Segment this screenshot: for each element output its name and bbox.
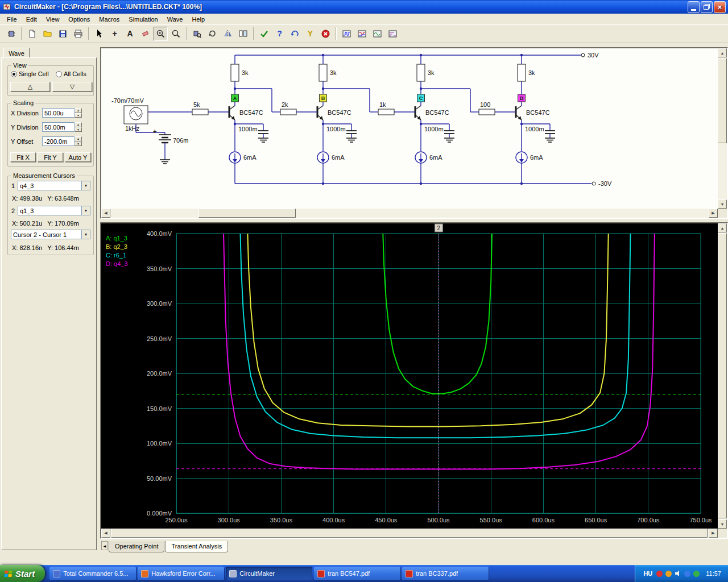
spinner-down-icon[interactable]: ▼ bbox=[75, 113, 82, 118]
waveform-vscroll-thumb[interactable] bbox=[718, 233, 727, 518]
scroll-right-button[interactable]: ▶ bbox=[709, 529, 718, 538]
wave-next-button[interactable]: ▽ bbox=[52, 82, 92, 92]
menu-simulation[interactable]: Simulation bbox=[124, 14, 162, 24]
spinner-up-icon[interactable]: ▲ bbox=[75, 108, 82, 113]
menu-options[interactable]: Options bbox=[64, 14, 94, 24]
menu-help[interactable]: Help bbox=[187, 14, 209, 24]
mirror-button[interactable] bbox=[221, 27, 235, 41]
menu-file[interactable]: File bbox=[2, 14, 22, 24]
tab-transient-analysis[interactable]: Transient Analysis bbox=[165, 541, 228, 552]
digital-scope-button[interactable] bbox=[340, 27, 354, 41]
help-tool-button[interactable]: ? bbox=[272, 27, 287, 41]
menu-edit[interactable]: Edit bbox=[22, 14, 42, 24]
waveform-panel[interactable]: 250.0us300.0us350.0us400.0us450.0us500.0… bbox=[101, 223, 718, 529]
parts-browser-button[interactable] bbox=[4, 27, 18, 41]
cursor-difference-select[interactable]: Cursor 2 - Cursor 1 ▼ bbox=[11, 230, 90, 239]
wishbone-button[interactable]: Y bbox=[303, 27, 317, 41]
tab-scroll-button[interactable]: ◀ bbox=[101, 541, 108, 550]
y-offset-input[interactable] bbox=[42, 136, 75, 146]
scheduler-icon[interactable] bbox=[665, 571, 672, 577]
restore-button[interactable] bbox=[701, 1, 713, 13]
digital-options-button[interactable] bbox=[355, 27, 369, 41]
analog-options-button[interactable] bbox=[386, 27, 400, 41]
schematic-vscrollbar[interactable]: ▲ ▼ bbox=[718, 48, 727, 209]
x-division-spinner[interactable]: ▲ ▼ bbox=[75, 108, 82, 118]
taskbar-task-tran-bc547-pdf[interactable]: tran BC547.pdf bbox=[314, 567, 400, 580]
scroll-down-button[interactable]: ▼ bbox=[718, 199, 727, 209]
stop-button[interactable] bbox=[318, 27, 333, 41]
language-indicator[interactable]: HU bbox=[643, 570, 652, 577]
fit-x-button[interactable]: Fit X bbox=[10, 152, 36, 162]
spinner-down-icon[interactable]: ▼ bbox=[75, 142, 82, 147]
x-division-input[interactable] bbox=[42, 108, 75, 118]
tab-wave[interactable]: Wave bbox=[3, 48, 30, 58]
scroll-down-button[interactable]: ▼ bbox=[718, 519, 727, 529]
spinner-up-icon[interactable]: ▲ bbox=[75, 136, 82, 142]
radio-single-cell[interactable]: Single Cell bbox=[11, 70, 49, 77]
view-group-label: View bbox=[11, 62, 28, 69]
fit-y-button[interactable]: Fit Y bbox=[38, 152, 63, 162]
dropdown-arrow-icon[interactable]: ▼ bbox=[81, 181, 90, 190]
cursor1-signal-select[interactable]: q4_3 ▼ bbox=[18, 181, 90, 190]
svg-text:+: + bbox=[153, 128, 156, 135]
close-button[interactable]: × bbox=[714, 1, 726, 13]
waveform-hscrollbar[interactable]: ◀ ▶ bbox=[101, 529, 718, 538]
spinner-up-icon[interactable]: ▲ bbox=[75, 122, 82, 127]
reset-button[interactable] bbox=[288, 27, 302, 41]
y-division-input[interactable] bbox=[42, 122, 75, 132]
schematic-hscroll-thumb[interactable] bbox=[198, 209, 296, 218]
y-offset-spinner[interactable]: ▲ ▼ bbox=[75, 136, 82, 146]
scroll-right-button[interactable]: ▶ bbox=[709, 209, 718, 218]
antivirus-icon[interactable] bbox=[656, 571, 663, 577]
delete-tool-button[interactable] bbox=[138, 27, 152, 41]
taskbar-task-tran-bc337-pdf[interactable]: tran BC337.pdf bbox=[402, 567, 489, 580]
new-button[interactable] bbox=[25, 27, 39, 41]
scroll-up-button[interactable]: ▲ bbox=[718, 223, 727, 232]
scroll-left-button[interactable]: ◀ bbox=[101, 529, 110, 538]
radio-all-cells[interactable]: All Cells bbox=[56, 70, 86, 77]
task-icon bbox=[317, 570, 325, 577]
wave-prev-button[interactable]: △ bbox=[10, 82, 50, 92]
taskbar-task-hawksford-error-corr[interactable]: Hawksford Error Corr... bbox=[138, 567, 224, 580]
save-button[interactable] bbox=[56, 27, 70, 41]
menu-wave[interactable]: Wave bbox=[163, 14, 188, 24]
text-tool-button[interactable]: A bbox=[123, 27, 137, 41]
scroll-up-button[interactable]: ▲ bbox=[718, 48, 727, 57]
cursor1-readout: X: 499.38u Y: 63.648m bbox=[12, 195, 79, 202]
waveform-hscroll-thumb[interactable] bbox=[111, 529, 708, 538]
minimize-button[interactable] bbox=[688, 1, 700, 13]
spinner-down-icon[interactable]: ▼ bbox=[75, 127, 82, 132]
y-division-spinner[interactable]: ▲ ▼ bbox=[75, 122, 82, 132]
menu-view[interactable]: View bbox=[42, 14, 64, 24]
waveform-vscrollbar[interactable]: ▲ ▼ bbox=[718, 223, 727, 529]
volume-icon[interactable] bbox=[675, 570, 681, 577]
rotate-button[interactable] bbox=[205, 27, 220, 41]
svg-text:700.0us: 700.0us bbox=[637, 517, 660, 523]
auto-y-button[interactable]: Auto Y bbox=[65, 152, 91, 162]
wire-tool-button[interactable]: + bbox=[107, 27, 122, 41]
taskbar-task-circuitmaker[interactable]: CircuitMaker bbox=[226, 567, 312, 580]
dropdown-arrow-icon[interactable]: ▼ bbox=[81, 230, 90, 239]
tab-operating-point[interactable]: Operating Point bbox=[109, 541, 164, 552]
dropdown-arrow-icon[interactable]: ▼ bbox=[81, 206, 90, 215]
run-simulation-button[interactable] bbox=[257, 27, 271, 41]
taskbar-task-total-commander-6-5[interactable]: Total Commander 6.5... bbox=[49, 567, 136, 580]
schematic-vscroll-thumb[interactable] bbox=[718, 58, 727, 143]
schematic-canvas[interactable]: 30V-30V-70m/70mV1kHz+706m3kABC547C1000m6… bbox=[101, 48, 718, 209]
select-tool-button[interactable] bbox=[92, 27, 106, 41]
print-button[interactable] bbox=[71, 27, 85, 41]
analog-scope-button[interactable] bbox=[370, 27, 384, 41]
zoom-tool-button[interactable] bbox=[169, 27, 183, 41]
zoom-in-button[interactable] bbox=[154, 27, 168, 41]
start-button[interactable]: Start bbox=[0, 565, 45, 582]
scroll-left-button[interactable]: ◀ bbox=[101, 209, 110, 218]
messenger-icon[interactable] bbox=[693, 571, 700, 577]
open-button[interactable] bbox=[40, 27, 55, 41]
cursor-icon bbox=[94, 29, 104, 39]
split-view-button[interactable] bbox=[236, 27, 250, 41]
cursor2-signal-select[interactable]: q1_3 ▼ bbox=[18, 206, 90, 215]
schematic-hscrollbar[interactable]: ◀ ▶ bbox=[101, 209, 718, 218]
menu-macros[interactable]: Macros bbox=[94, 14, 124, 24]
find-device-button[interactable] bbox=[190, 27, 204, 41]
network-icon[interactable] bbox=[684, 571, 690, 577]
